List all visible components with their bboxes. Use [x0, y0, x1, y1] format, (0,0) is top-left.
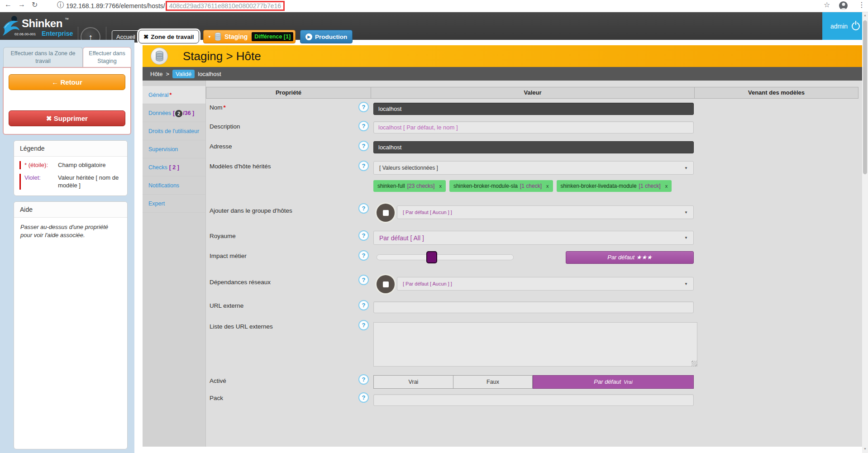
staging-label: Staging — [224, 33, 248, 40]
scrollbar-up-icon[interactable]: ▲ — [862, 14, 868, 17]
field-label: Dépendances réseaux — [210, 279, 271, 286]
workzone-button[interactable]: ✖ Zone de travail — [138, 30, 199, 43]
brand-name: Shinken — [22, 17, 62, 30]
select-value: [ Valeurs sélectionnées ] — [379, 165, 438, 171]
legend-term: * (étoile): — [24, 161, 58, 169]
browser-menu-icon[interactable]: ⋮ — [858, 0, 865, 9]
field-row-active: Activé ? Vrai Faux Par défautVrai — [206, 373, 862, 391]
staging-button[interactable]: ▼ Staging Différence [1] — [203, 30, 296, 43]
impact-slider-handle[interactable] — [426, 251, 437, 263]
dependances-select[interactable]: [ Par défaut [ Aucun ] ]▼ — [397, 277, 694, 291]
tab-donnees[interactable]: Données[2/36 ] — [143, 104, 205, 122]
field-row-liste-url: Liste des URL externes ? — [206, 319, 862, 368]
help-icon[interactable]: ? — [358, 102, 369, 112]
template-tag[interactable]: shinken-broker-livedata-module[1 check]x — [557, 180, 672, 192]
tab-notifications[interactable]: Notifications — [143, 176, 205, 195]
tab-label: Notifications — [148, 182, 179, 189]
tab-supervision[interactable]: Supervision — [143, 140, 205, 158]
left-arrow-icon: ← — [52, 78, 58, 86]
description-input[interactable] — [373, 121, 694, 134]
modeles-select[interactable]: [ Valeurs sélectionnées ]▼ — [373, 161, 694, 175]
help-icon[interactable]: ? — [358, 230, 369, 241]
user-menu[interactable]: admin — [822, 12, 868, 40]
difference-badge[interactable]: Différence [1] — [252, 32, 293, 41]
browser-profile-icon[interactable] — [839, 1, 848, 10]
tab-general[interactable]: Général* — [143, 86, 205, 104]
header-icon-circle — [151, 48, 168, 65]
groupe-select[interactable]: [ Par défaut [ Aucun ] ]▼ — [397, 205, 694, 219]
template-tag[interactable]: shinken-broker-module-sla[1 check]x — [449, 180, 553, 192]
tab-droits[interactable]: Droits de l'utilisateur — [143, 122, 205, 140]
active-option-false[interactable]: Faux — [453, 375, 533, 389]
bookmark-star-icon[interactable]: ☆ — [824, 0, 830, 9]
url-externe-input[interactable] — [373, 301, 694, 313]
impact-default-button[interactable]: Par défaut ★★★ — [566, 251, 694, 264]
shinken-logo[interactable]: Shinken ™ 02.06.00-001 Enterprise — [2, 14, 79, 38]
tag-name: shinken-broker-module-sla — [453, 183, 518, 189]
adresse-input[interactable] — [373, 141, 694, 153]
resize-handle[interactable] — [692, 361, 697, 366]
production-label: Production — [315, 33, 347, 40]
tab-staging[interactable]: Effectuer dans Staging — [83, 47, 131, 67]
default-prefix: Par défaut — [594, 378, 621, 385]
royaume-select[interactable]: Par défaut [ All ]▼ — [373, 231, 694, 245]
impact-slider-track[interactable] — [377, 254, 514, 260]
template-tag[interactable]: shinken-full[23 checks]x — [373, 180, 446, 192]
delete-button[interactable]: ✖ Supprimer — [9, 110, 125, 126]
help-title: Aide — [14, 202, 127, 218]
nom-input[interactable] — [373, 103, 694, 115]
page-info-icon[interactable]: ⓘ — [57, 0, 64, 10]
legend-row-required: * (étoile): Champ obligatoire — [19, 161, 122, 169]
remove-tag-icon[interactable]: x — [546, 183, 549, 189]
toggle-mode-button[interactable] — [377, 275, 395, 293]
bracket: [ 2 ] — [169, 164, 179, 171]
tab-workzone[interactable]: Effectuer dans la Zone de travail — [3, 47, 83, 67]
help-icon[interactable]: ? — [358, 141, 369, 151]
active-option-default[interactable]: Par défautVrai — [533, 375, 694, 389]
remove-tag-icon[interactable]: x — [665, 183, 668, 189]
chevron-down-icon: ▼ — [208, 35, 211, 39]
tab-checks[interactable]: Checks[ 2 ] — [143, 158, 205, 176]
tag-count: [1 check] — [639, 183, 661, 189]
brand-trademark: ™ — [65, 17, 69, 22]
toggle-mode-button[interactable] — [377, 204, 395, 222]
help-icon[interactable]: ? — [358, 250, 369, 261]
help-icon[interactable]: ? — [358, 275, 369, 285]
pack-input[interactable] — [373, 394, 694, 406]
back-button[interactable]: ← Retour — [9, 74, 125, 90]
scrollbar-down-icon[interactable]: ▼ — [862, 447, 868, 450]
page-scrollbar[interactable]: ▲ ▼ — [862, 12, 868, 453]
field-label: Activé — [210, 377, 226, 384]
browser-forward-icon[interactable]: → — [18, 0, 25, 9]
url-highlighted-id: 408cd29ad37611e8810e0800277b7e16 — [166, 1, 285, 11]
page-header: Staging > Hôte — [143, 45, 862, 67]
field-label: Description — [210, 123, 240, 130]
help-icon[interactable]: ? — [358, 320, 369, 330]
help-icon[interactable]: ? — [358, 300, 369, 310]
breadcrumb-root[interactable]: Hôte — [150, 71, 162, 77]
help-icon[interactable]: ? — [358, 203, 369, 214]
field-label: Impact métier — [210, 253, 247, 259]
help-icon[interactable]: ? — [358, 374, 369, 385]
active-option-true[interactable]: Vrai — [373, 375, 453, 389]
page-title: Staging > Hôte — [183, 49, 261, 63]
remove-tag-icon[interactable]: x — [439, 183, 442, 189]
liste-url-textarea[interactable] — [373, 322, 697, 367]
production-button[interactable]: ▶ Production — [300, 30, 353, 43]
select-value: Par défaut [ All ] — [379, 234, 424, 242]
browser-back-icon[interactable]: ← — [5, 0, 12, 9]
left-sidebar: Effectuer dans la Zone de travail Effect… — [0, 40, 134, 453]
power-icon[interactable] — [852, 22, 860, 30]
field-row-nom: Nom* ? — [206, 100, 862, 118]
help-icon[interactable]: ? — [358, 392, 369, 403]
field-label: Liste des URL externes — [210, 323, 273, 330]
required-star: * — [169, 92, 172, 98]
app-navbar: Shinken ™ 02.06.00-001 Enterprise ↑ Accu… — [0, 12, 868, 40]
column-header-templates: Venant des modèles — [694, 87, 858, 99]
help-icon[interactable]: ? — [358, 121, 369, 131]
help-icon[interactable]: ? — [358, 161, 369, 171]
address-bar[interactable]: 192.168.1.89:7766/elements/hosts/ 408cd2… — [66, 1, 285, 11]
tab-expert[interactable]: Expert — [143, 195, 205, 213]
browser-reload-icon[interactable]: ↻ — [32, 0, 38, 9]
scrollbar-thumb[interactable] — [863, 20, 867, 174]
